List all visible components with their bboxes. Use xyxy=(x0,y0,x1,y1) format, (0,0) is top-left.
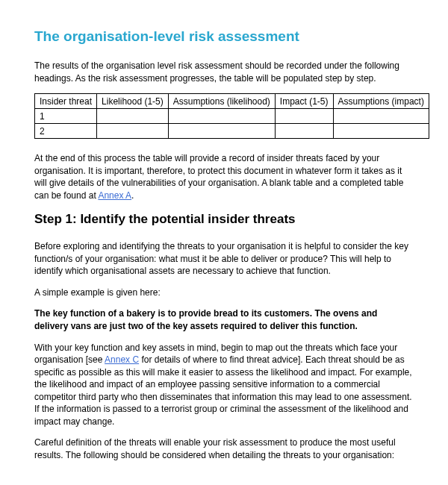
annex-c-link[interactable]: Annex C xyxy=(105,354,139,365)
table-cell xyxy=(97,109,169,124)
table-cell xyxy=(333,124,429,139)
table-row: 2 xyxy=(35,124,429,139)
table-cell xyxy=(168,124,275,139)
body-paragraph: A simple example is given here: xyxy=(34,287,414,299)
risk-assessment-table: Insider threat Likelihood (1-5) Assumpti… xyxy=(34,93,429,139)
document-page: The organisation-level risk assessment T… xyxy=(0,0,448,478)
body-paragraph: With your key function and key assets in… xyxy=(34,342,414,428)
page-title: The organisation-level risk assessment xyxy=(34,28,414,45)
table-header: Insider threat xyxy=(35,94,97,109)
table-cell xyxy=(275,124,333,139)
table-header: Assumptions (likelihood) xyxy=(168,94,275,109)
intro-paragraph: The results of the organisation level ri… xyxy=(34,60,414,84)
p4-post: for details of where to find threat advi… xyxy=(34,354,412,427)
table-header: Likelihood (1-5) xyxy=(97,94,169,109)
table-cell xyxy=(333,109,429,124)
table-cell xyxy=(275,109,333,124)
table-cell xyxy=(168,109,275,124)
example-paragraph: The key function of a bakery is to provi… xyxy=(34,307,414,332)
after-table-text: At the end of this process the table wil… xyxy=(34,153,403,201)
table-header: Assumptions (impact) xyxy=(333,94,429,109)
table-cell: 1 xyxy=(35,109,97,124)
table-cell: 2 xyxy=(35,124,97,139)
step-heading: Step 1: Identify the potential insider t… xyxy=(34,212,414,227)
table-header-row: Insider threat Likelihood (1-5) Assumpti… xyxy=(35,94,429,109)
body-paragraph: Careful definition of the threats will e… xyxy=(34,436,414,461)
table-cell xyxy=(97,124,169,139)
after-table-paragraph: At the end of this process the table wil… xyxy=(34,152,414,201)
body-paragraph: Before exploring and identifying the thr… xyxy=(34,240,414,278)
annex-a-link[interactable]: Annex A xyxy=(98,190,131,201)
after-table-tail: . xyxy=(131,190,134,201)
table-header: Impact (1-5) xyxy=(275,94,333,109)
table-row: 1 xyxy=(35,109,429,124)
